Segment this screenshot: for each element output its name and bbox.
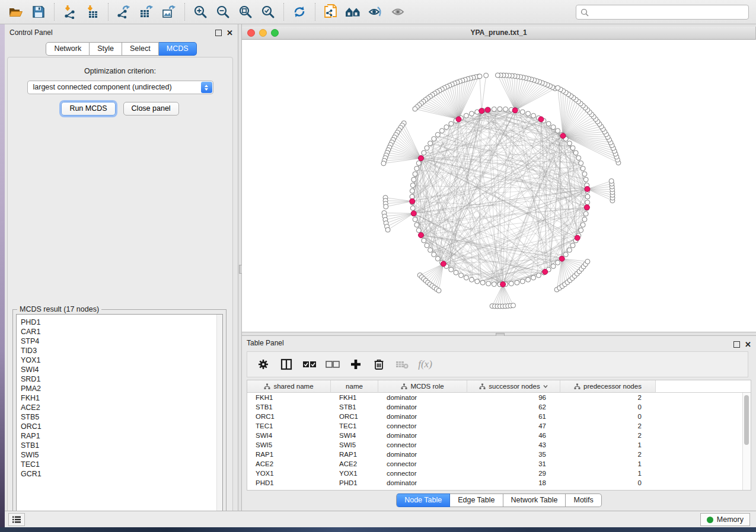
table-row[interactable]: YOX1YOX1connector291 <box>247 469 743 478</box>
graph-node[interactable] <box>413 172 417 177</box>
graph-node[interactable] <box>583 211 588 216</box>
export-image-button[interactable] <box>158 2 180 22</box>
graph-node[interactable] <box>475 279 480 284</box>
graph-node[interactable] <box>580 166 585 171</box>
mcds-result-item[interactable]: FKH1 <box>21 393 222 403</box>
zoom-in-button[interactable] <box>189 2 212 22</box>
graph-node[interactable] <box>412 177 416 182</box>
maximize-window-icon[interactable] <box>271 29 279 37</box>
graph-node[interactable] <box>428 248 433 252</box>
table-row[interactable]: ORC1ORC1dominator610 <box>247 412 743 421</box>
table-row[interactable]: FKH1FKH1dominator962 <box>247 393 743 402</box>
graph-node[interactable] <box>436 289 441 293</box>
table-row[interactable]: SWI4SWI4dominator462 <box>247 431 743 440</box>
mcds-result-item[interactable]: GCR1 <box>21 469 222 479</box>
graph-node-dominator[interactable] <box>418 156 423 161</box>
graph-node[interactable] <box>585 259 590 264</box>
column-header-name[interactable]: name <box>331 380 378 393</box>
graph-node-dominator[interactable] <box>411 211 416 216</box>
graph-node-dominator[interactable] <box>456 117 461 122</box>
graph-node[interactable] <box>414 223 419 227</box>
graph-node[interactable] <box>567 248 572 252</box>
graph-node[interactable] <box>454 270 458 275</box>
import-table-button[interactable] <box>81 2 104 22</box>
export-network-button[interactable] <box>113 2 135 22</box>
refresh-layout-button[interactable] <box>288 2 311 22</box>
show-graphics-details-button[interactable] <box>387 2 410 22</box>
open-session-button[interactable] <box>5 2 27 22</box>
graph-node[interactable] <box>439 129 444 133</box>
mcds-result-item[interactable]: ACE2 <box>21 403 222 412</box>
graph-node[interactable] <box>609 179 614 184</box>
graph-node[interactable] <box>469 111 474 116</box>
graph-node[interactable] <box>536 273 541 278</box>
graph-node[interactable] <box>520 279 525 284</box>
close-panel-button[interactable]: Close panel <box>123 102 179 116</box>
graph-node[interactable] <box>526 277 531 282</box>
graph-node[interactable] <box>444 125 449 130</box>
graph-node[interactable] <box>546 121 551 126</box>
graph-node[interactable] <box>570 243 575 248</box>
tab-edge-table[interactable]: Edge Table <box>450 493 503 507</box>
graph-node[interactable] <box>464 113 468 118</box>
graph-node[interactable] <box>520 110 525 114</box>
graph-node[interactable] <box>497 107 502 111</box>
mcds-result-item[interactable]: CAR1 <box>21 327 222 336</box>
column-header-successor-nodes[interactable]: successor nodes <box>467 380 560 393</box>
graph-node[interactable] <box>531 275 536 280</box>
deselect-all-rows-button[interactable] <box>324 355 342 374</box>
float-panel-icon[interactable] <box>215 30 222 36</box>
show-tasks-button[interactable] <box>8 513 25 526</box>
mcds-result-item[interactable]: SWI5 <box>21 450 222 460</box>
graph-node[interactable] <box>480 280 485 285</box>
tab-select[interactable]: Select <box>122 42 159 56</box>
graph-node[interactable] <box>531 113 536 118</box>
graph-node[interactable] <box>495 73 500 78</box>
import-network-button[interactable] <box>59 2 81 22</box>
share-document-button[interactable] <box>320 2 342 22</box>
graph-node[interactable] <box>576 156 581 161</box>
column-header-shared-name[interactable]: shared name <box>247 380 331 393</box>
graph-node[interactable] <box>459 273 464 278</box>
graph-node[interactable] <box>579 161 583 165</box>
graph-node-dominator[interactable] <box>575 235 580 241</box>
graph-node[interactable] <box>416 228 421 233</box>
mcds-result-item[interactable]: TID3 <box>21 346 222 355</box>
graph-node[interactable] <box>486 281 491 286</box>
graph-node[interactable] <box>580 223 585 227</box>
save-session-button[interactable] <box>27 2 50 22</box>
search-input[interactable] <box>592 8 744 17</box>
tab-motifs[interactable]: Motifs <box>566 493 601 507</box>
graph-node[interactable] <box>579 228 583 233</box>
graph-node[interactable] <box>410 188 414 193</box>
search-box[interactable] <box>576 5 749 20</box>
graph-node-dominator[interactable] <box>538 117 544 122</box>
graph-node[interactable] <box>422 238 426 243</box>
mcds-result-item[interactable]: STP4 <box>21 336 222 346</box>
graph-node[interactable] <box>585 194 590 199</box>
graph-node-dominator[interactable] <box>485 107 490 113</box>
graph-node[interactable] <box>515 280 519 285</box>
function-builder-button-disabled[interactable]: f(x) <box>416 355 434 374</box>
mcds-result-item[interactable]: STB1 <box>21 441 222 450</box>
graph-node[interactable] <box>422 150 426 155</box>
graph-node[interactable] <box>563 252 568 257</box>
mcds-result-item[interactable]: RAP1 <box>21 431 222 441</box>
graph-node[interactable] <box>556 260 560 265</box>
network-canvas[interactable] <box>242 40 756 332</box>
graph-node[interactable] <box>582 172 587 177</box>
vertical-splitter[interactable] <box>238 24 242 511</box>
minimize-window-icon[interactable] <box>259 29 267 37</box>
graph-node[interactable] <box>449 267 454 272</box>
graph-node[interactable] <box>432 252 436 257</box>
graph-node[interactable] <box>469 277 474 282</box>
graph-node-dominator[interactable] <box>441 261 446 267</box>
list-scrollbar[interactable] <box>216 315 222 517</box>
tab-style[interactable]: Style <box>90 42 122 56</box>
horizontal-splitter[interactable] <box>242 332 756 336</box>
graph-node[interactable] <box>381 161 386 166</box>
mcds-result-item[interactable]: SRD1 <box>21 374 222 384</box>
graph-node[interactable] <box>413 107 417 111</box>
select-all-rows-button[interactable] <box>301 355 318 374</box>
delete-table-button-disabled[interactable] <box>393 355 411 374</box>
